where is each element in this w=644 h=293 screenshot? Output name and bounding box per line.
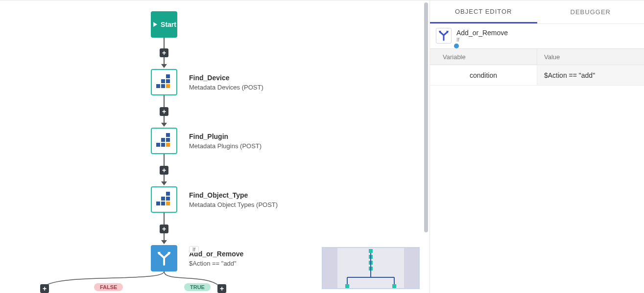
object-header-text: Add_or_Remove If	[456, 29, 508, 43]
play-icon	[152, 21, 159, 28]
tab-object-editor[interactable]: OBJECT EDITOR	[430, 0, 537, 23]
node-title: Find_Device	[189, 74, 263, 82]
property-value[interactable]: $Action == "add"	[537, 65, 644, 85]
add-step-button[interactable]: +	[160, 107, 168, 116]
tab-debugger[interactable]: DEBUGGER	[537, 0, 644, 23]
arrow-icon	[161, 240, 167, 244]
connector	[164, 213, 165, 225]
node-find-device[interactable]: Find_Device Metadata Devices (POST)	[151, 69, 263, 95]
start-node-icon[interactable]: Start	[151, 11, 177, 38]
metadata-icon[interactable]	[151, 69, 177, 95]
svg-rect-1	[161, 79, 165, 83]
add-step-button[interactable]: +	[160, 225, 168, 233]
node-find-plugin[interactable]: Find_Plugin Metadata Plugins (POST)	[151, 128, 262, 154]
drag-handle[interactable]	[454, 44, 459, 48]
node-title: Find_Object_Type	[189, 191, 278, 199]
canvas-pane[interactable]: Start + Find_Device Metada	[0, 0, 429, 293]
col-value: Value	[537, 49, 644, 65]
svg-rect-6	[166, 133, 170, 137]
side-tabs: OBJECT EDITOR DEBUGGER	[430, 0, 644, 24]
svg-rect-16	[161, 202, 165, 205]
connector	[164, 57, 165, 64]
if-tag: If	[189, 246, 199, 253]
svg-rect-19	[404, 248, 419, 288]
branch-icon	[156, 250, 172, 267]
mini-map[interactable]	[322, 247, 420, 289]
add-step-button[interactable]: +	[160, 166, 168, 175]
svg-rect-2	[166, 79, 170, 83]
svg-rect-17	[166, 202, 170, 205]
svg-rect-3	[156, 84, 160, 88]
property-row[interactable]: condition $Action == "add"	[430, 65, 644, 86]
add-step-button[interactable]: +	[160, 48, 168, 57]
svg-rect-12	[166, 192, 170, 196]
svg-rect-20	[369, 249, 373, 253]
node-text: Find_Object_Type Metadata Object Types (…	[189, 191, 278, 208]
node-find-object-type[interactable]: Find_Object_Type Metadata Object Types (…	[151, 186, 278, 213]
object-header: Add_or_Remove If	[430, 24, 644, 45]
connector	[164, 175, 165, 181]
svg-rect-5	[166, 84, 170, 88]
metadata-icon[interactable]	[151, 128, 177, 154]
metadata-icon[interactable]	[151, 186, 177, 213]
col-variable: Variable	[430, 53, 537, 61]
flow-canvas[interactable]: Start + Find_Device Metada	[0, 0, 429, 293]
svg-rect-4	[161, 84, 165, 88]
svg-rect-10	[161, 143, 165, 147]
svg-rect-13	[161, 197, 165, 201]
connector	[164, 38, 165, 48]
svg-rect-28	[345, 284, 349, 288]
connector	[164, 95, 165, 107]
node-text: Find_Plugin Metadata Plugins (POST)	[189, 133, 262, 150]
app-root: Start + Find_Device Metada	[0, 0, 644, 293]
svg-rect-9	[156, 143, 160, 147]
blocks-icon	[155, 132, 173, 150]
svg-rect-7	[161, 138, 165, 142]
node-text: Find_Device Metadata Devices (POST)	[189, 74, 263, 91]
object-title: Add_or_Remove	[456, 29, 508, 37]
branch-true-label: TRUE	[184, 283, 211, 291]
property-name: condition	[430, 71, 537, 79]
object-type-icon	[436, 28, 452, 44]
blocks-icon	[155, 191, 173, 208]
node-subtitle: Metadata Devices (POST)	[189, 84, 263, 91]
connector	[164, 233, 165, 240]
connector	[164, 116, 165, 123]
connector	[164, 154, 165, 166]
branch-node-icon[interactable]	[151, 245, 177, 271]
scrollbar[interactable]	[424, 2, 428, 232]
branch-condition: $Action == "add"	[189, 260, 243, 267]
branch-false-label: FALSE	[94, 283, 123, 291]
svg-rect-15	[156, 202, 160, 205]
branch-icon	[438, 30, 449, 41]
blocks-icon	[155, 73, 173, 91]
node-subtitle: Metadata Object Types (POST)	[189, 201, 278, 208]
arrow-icon	[161, 123, 167, 127]
svg-rect-11	[166, 143, 170, 147]
start-label: Start	[161, 21, 176, 28]
arrow-icon	[161, 181, 167, 185]
add-branch-false-button[interactable]: +	[40, 284, 49, 293]
node-title: Find_Plugin	[189, 133, 262, 140]
node-subtitle: Metadata Plugins (POST)	[189, 142, 262, 150]
side-panel: OBJECT EDITOR DEBUGGER Add_or_Remove If …	[429, 0, 644, 293]
svg-rect-14	[166, 197, 170, 201]
node-start[interactable]: Start	[151, 11, 177, 38]
svg-rect-8	[166, 138, 170, 142]
add-branch-true-button[interactable]: +	[217, 284, 226, 293]
arrow-icon	[161, 64, 167, 68]
mini-map-graphic	[323, 248, 419, 288]
svg-rect-0	[166, 74, 170, 78]
properties-header: Variable Value	[430, 48, 644, 65]
svg-rect-18	[323, 248, 337, 288]
branch-split	[39, 271, 289, 291]
object-type: If	[456, 37, 508, 43]
svg-rect-29	[392, 284, 396, 288]
